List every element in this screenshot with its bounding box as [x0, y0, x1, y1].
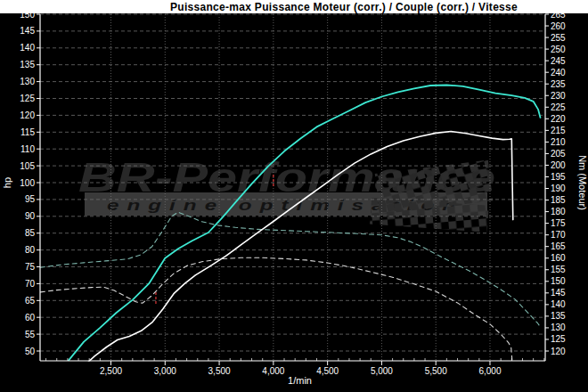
svg-text:4,000: 4,000: [262, 366, 284, 376]
svg-text:80: 80: [25, 245, 36, 255]
svg-text:210: 210: [551, 137, 566, 147]
svg-text:195: 195: [551, 172, 566, 182]
svg-text:240: 240: [551, 68, 566, 78]
svg-text:140: 140: [20, 43, 35, 53]
svg-text:235: 235: [551, 79, 566, 89]
svg-text:225: 225: [551, 102, 566, 112]
svg-text:215: 215: [551, 126, 566, 135]
svg-text:220: 220: [551, 114, 566, 124]
svg-text:115: 115: [20, 127, 35, 137]
svg-text:120: 120: [20, 110, 35, 120]
svg-text:125: 125: [551, 334, 566, 344]
svg-text:75: 75: [25, 262, 36, 272]
svg-text:5,500: 5,500: [425, 366, 447, 376]
svg-text:175: 175: [551, 218, 566, 228]
svg-text:185: 185: [551, 195, 566, 205]
svg-text:245: 245: [551, 56, 566, 66]
svg-text:2,500: 2,500: [100, 366, 122, 376]
svg-text:Nm (Moteur): Nm (Moteur): [577, 155, 588, 210]
svg-text:140: 140: [551, 299, 566, 309]
svg-text:205: 205: [551, 149, 566, 159]
svg-text:105: 105: [20, 161, 35, 171]
svg-text:hp: hp: [2, 177, 12, 188]
svg-text:1/min: 1/min: [288, 375, 312, 386]
svg-text:55: 55: [25, 330, 36, 339]
svg-text:90: 90: [25, 211, 36, 221]
svg-text:230: 230: [551, 91, 566, 101]
chart-title-bar: Puissance-max Puissance Moteur (corr.) /…: [0, 0, 588, 13]
svg-text:100: 100: [20, 178, 35, 188]
svg-text:150: 150: [551, 276, 566, 286]
svg-text:165: 165: [551, 241, 566, 251]
svg-text:255: 255: [551, 33, 566, 43]
svg-text:155: 155: [551, 265, 566, 274]
svg-text:70: 70: [25, 279, 36, 289]
svg-text:260: 260: [551, 21, 566, 31]
svg-text:130: 130: [551, 323, 566, 332]
svg-text:125: 125: [20, 94, 35, 103]
svg-text:190: 190: [551, 184, 566, 193]
svg-text:95: 95: [25, 194, 36, 204]
svg-text:135: 135: [551, 311, 566, 321]
svg-text:5,000: 5,000: [371, 366, 393, 376]
svg-text:50: 50: [25, 347, 36, 356]
chart-title: Puissance-max Puissance Moteur (corr.) /…: [0, 1, 588, 13]
dyno-chart-svg: BR-Performance engine optimisation 50556…: [0, 0, 588, 392]
svg-text:200: 200: [551, 160, 566, 170]
svg-text:110: 110: [20, 144, 35, 154]
svg-text:145: 145: [20, 26, 35, 36]
dyno-chart-window: Puissance-max Puissance Moteur (corr.) /…: [0, 0, 588, 392]
svg-text:135: 135: [20, 60, 35, 69]
svg-text:85: 85: [25, 228, 36, 238]
svg-text:120: 120: [551, 347, 566, 356]
svg-text:60: 60: [25, 313, 36, 323]
svg-text:65: 65: [25, 296, 36, 306]
svg-text:3,000: 3,000: [154, 366, 176, 376]
svg-text:170: 170: [551, 230, 566, 240]
svg-text:6,000: 6,000: [478, 366, 501, 376]
svg-text:130: 130: [20, 77, 35, 86]
svg-text:4,500: 4,500: [316, 366, 339, 376]
svg-text:180: 180: [551, 207, 566, 216]
svg-text:3,500: 3,500: [208, 366, 231, 376]
svg-text:160: 160: [551, 253, 566, 263]
svg-text:250: 250: [551, 45, 566, 54]
svg-text:145: 145: [551, 288, 566, 298]
